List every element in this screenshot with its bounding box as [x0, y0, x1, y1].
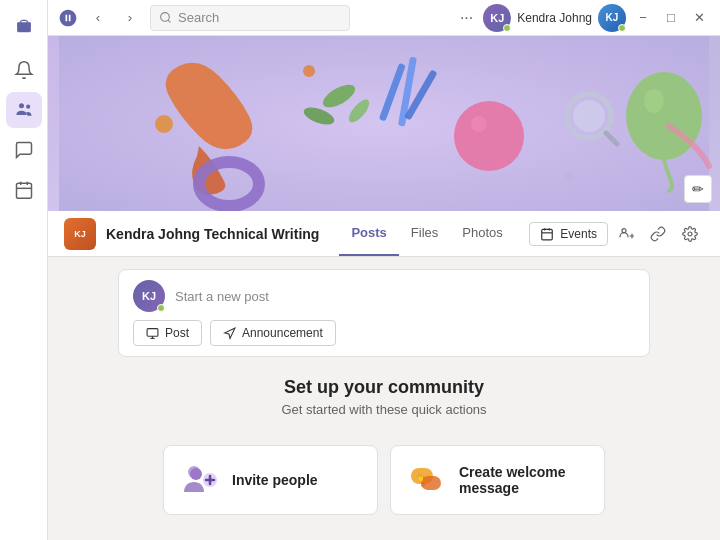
- channel-icon: KJ: [64, 218, 96, 250]
- sidebar-item-notifications[interactable]: [6, 52, 42, 88]
- svg-rect-33: [147, 328, 158, 336]
- maximize-button[interactable]: □: [660, 7, 682, 29]
- setup-title: Set up your community: [118, 377, 650, 398]
- svg-text:👋: 👋: [415, 472, 425, 482]
- banner-illustration: [48, 36, 720, 211]
- tab-files[interactable]: Files: [399, 211, 450, 256]
- svg-point-10: [155, 115, 173, 133]
- svg-point-24: [303, 65, 315, 77]
- welcome-icon: 👋: [407, 460, 447, 500]
- svg-point-25: [564, 171, 574, 181]
- search-icon: [159, 11, 172, 24]
- events-icon: [540, 227, 554, 241]
- svg-rect-2: [16, 183, 31, 198]
- invite-icon: [180, 460, 220, 500]
- svg-rect-27: [542, 229, 553, 240]
- back-button[interactable]: ‹: [86, 6, 110, 30]
- post-button[interactable]: Post: [133, 320, 202, 346]
- close-button[interactable]: ✕: [688, 7, 710, 29]
- user-name: Kendra Johng: [517, 11, 592, 25]
- tab-posts[interactable]: Posts: [339, 211, 398, 256]
- sidebar: [0, 0, 48, 540]
- svg-point-37: [188, 466, 200, 478]
- svg-point-32: [688, 232, 692, 236]
- setup-section: Set up your community Get started with t…: [118, 369, 650, 433]
- start-post-placeholder[interactable]: Start a new post: [175, 289, 269, 304]
- post-online-indicator: [157, 304, 165, 312]
- channel-tabs: Posts Files Photos: [339, 211, 529, 256]
- setup-subtitle: Get started with these quick actions: [118, 402, 650, 417]
- new-post-top: KJ Start a new post: [133, 280, 635, 312]
- svg-point-6: [161, 13, 170, 22]
- search-box[interactable]: Search: [150, 5, 350, 31]
- forward-button[interactable]: ›: [118, 6, 142, 30]
- svg-point-0: [19, 103, 24, 108]
- quick-actions: Invite people 👋 Create welcome message: [118, 445, 650, 515]
- create-welcome-card[interactable]: 👋 Create welcome message: [390, 445, 605, 515]
- main-content: ‹ › Search ··· KJ Kendra Johng KJ − □ ✕: [48, 0, 720, 540]
- banner-edit-button[interactable]: ✏: [684, 175, 712, 203]
- manage-members-button[interactable]: [612, 220, 640, 248]
- sidebar-item-calendar[interactable]: [6, 172, 42, 208]
- user-avatar-2: KJ: [598, 4, 626, 32]
- svg-line-7: [168, 20, 170, 22]
- channel-banner: ✏: [48, 36, 720, 211]
- online-indicator: [503, 24, 511, 32]
- svg-point-44: [421, 483, 425, 487]
- settings-button[interactable]: [676, 220, 704, 248]
- channel-name: Kendra Johng Technical Writing: [106, 226, 319, 242]
- settings-icon: [682, 226, 698, 242]
- user-info[interactable]: KJ Kendra Johng KJ: [483, 4, 626, 32]
- sidebar-item-teams[interactable]: [6, 92, 42, 128]
- titlebar: ‹ › Search ··· KJ Kendra Johng KJ − □ ✕: [48, 0, 720, 36]
- svg-point-26: [535, 62, 543, 70]
- online-indicator-2: [618, 24, 626, 32]
- svg-point-31: [622, 228, 626, 232]
- content-area: ✏ KJ Kendra Johng Technical Writing Post…: [48, 36, 720, 540]
- channel-header: KJ Kendra Johng Technical Writing Posts …: [48, 211, 720, 257]
- new-post-box: KJ Start a new post Post Announcement: [118, 269, 650, 357]
- announcement-icon: [223, 327, 236, 340]
- invite-people-card[interactable]: Invite people: [163, 445, 378, 515]
- sidebar-icon-teams-logo[interactable]: [6, 8, 42, 44]
- user-avatar: KJ: [483, 4, 511, 32]
- new-post-actions: Post Announcement: [133, 320, 635, 346]
- channel-actions: Events: [529, 220, 704, 248]
- svg-point-23: [644, 89, 664, 113]
- edit-icon: ✏: [692, 181, 704, 197]
- events-button[interactable]: Events: [529, 222, 608, 246]
- svg-point-18: [471, 116, 487, 132]
- post-avatar: KJ: [133, 280, 165, 312]
- tab-photos[interactable]: Photos: [450, 211, 514, 256]
- post-icon: [146, 327, 159, 340]
- copy-link-button[interactable]: [644, 220, 672, 248]
- link-icon: [650, 226, 666, 242]
- create-welcome-label: Create welcome message: [459, 464, 588, 496]
- members-icon: [618, 226, 634, 242]
- sidebar-item-chat[interactable]: [6, 132, 42, 168]
- svg-point-17: [454, 101, 524, 171]
- teams-logo: [58, 8, 78, 28]
- posts-area: KJ Start a new post Post Announcement: [48, 257, 720, 527]
- search-placeholder: Search: [178, 10, 219, 25]
- invite-people-label: Invite people: [232, 472, 318, 488]
- announcement-button[interactable]: Announcement: [210, 320, 336, 346]
- svg-point-1: [26, 105, 30, 109]
- more-options-button[interactable]: ···: [456, 7, 477, 29]
- minimize-button[interactable]: −: [632, 7, 654, 29]
- svg-point-20: [573, 100, 605, 132]
- titlebar-actions: ··· KJ Kendra Johng KJ − □ ✕: [456, 4, 710, 32]
